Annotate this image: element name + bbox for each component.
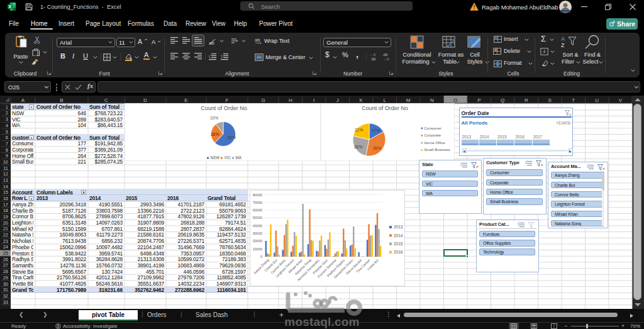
svg-text:R: R (525, 98, 528, 103)
svg-text:0: 0 (260, 255, 262, 259)
svg-text:12: 12 (3, 171, 8, 177)
svg-text:D: D (143, 98, 147, 103)
svg-text:19: 19 (3, 214, 8, 220)
svg-text:30: 30 (3, 281, 8, 287)
svg-text:10: 10 (3, 159, 8, 165)
svg-text:17%: 17% (372, 128, 380, 133)
svg-text:WA: WA (235, 155, 242, 160)
svg-text:P: P (477, 98, 480, 103)
svg-text:26%: 26% (354, 145, 362, 149)
svg-text:16: 16 (3, 196, 8, 201)
svg-text:2014: 2014 (394, 233, 403, 238)
svg-text:20000: 20000 (253, 239, 262, 243)
svg-text:H: H (289, 98, 292, 103)
svg-text:J: J (336, 98, 339, 103)
svg-text:27: 27 (3, 262, 8, 268)
svg-text:25: 25 (3, 250, 8, 256)
svg-text:13: 13 (3, 177, 8, 183)
svg-text:L: L (384, 98, 387, 103)
svg-text:X: X (8, 4, 11, 9)
svg-text:21: 21 (3, 226, 8, 231)
svg-text:29: 29 (3, 275, 8, 281)
svg-text:1: 1 (6, 104, 8, 110)
svg-text:A: A (21, 98, 25, 103)
svg-text:5: 5 (6, 129, 8, 135)
svg-text:6: 6 (6, 135, 8, 140)
svg-text:4: 4 (6, 123, 8, 128)
svg-text:8: 8 (6, 147, 8, 153)
svg-text:17: 17 (3, 202, 8, 208)
svg-text:Home Office: Home Office (425, 140, 446, 144)
svg-text:U: U (595, 98, 599, 103)
svg-text:M: M (406, 98, 411, 103)
svg-text:31: 31 (3, 287, 8, 293)
svg-text:Small Business: Small Business (425, 148, 450, 152)
svg-text:E: E (184, 98, 187, 103)
svg-text:B: B (60, 98, 63, 103)
svg-text:ab: ab (255, 37, 260, 43)
svg-text:→0: →0 (383, 57, 389, 61)
svg-text:62%: 62% (228, 135, 236, 140)
svg-text:26: 26 (3, 257, 8, 262)
svg-text:22: 22 (3, 232, 8, 238)
svg-text:40000: 40000 (253, 224, 262, 228)
svg-text:24: 24 (3, 244, 8, 250)
svg-text:11: 11 (3, 165, 8, 171)
svg-text:Corporate: Corporate (425, 133, 441, 137)
svg-text:T: T (572, 98, 575, 103)
svg-text:23: 23 (3, 238, 8, 244)
svg-text:.00: .00 (382, 53, 388, 57)
svg-text:I: I (313, 98, 314, 103)
svg-text:O: O (453, 98, 457, 103)
svg-text:Z: Z (561, 42, 565, 48)
svg-text:28: 28 (3, 269, 8, 274)
svg-text:32: 32 (3, 293, 8, 299)
svg-text:F: F (226, 98, 229, 103)
svg-text:2013: 2013 (394, 225, 403, 229)
svg-text:36%: 36% (373, 146, 381, 150)
svg-text:G: G (261, 98, 265, 103)
svg-text:50000: 50000 (253, 216, 262, 220)
svg-text:C: C (104, 98, 108, 103)
svg-text:Q: Q (501, 98, 504, 103)
svg-text:VIC: VIC (225, 155, 231, 160)
svg-text:A: A (561, 36, 565, 42)
svg-text:S: S (548, 98, 552, 103)
svg-text:21%: 21% (355, 128, 363, 132)
svg-text:7: 7 (6, 141, 8, 147)
svg-text:18: 18 (3, 208, 8, 213)
svg-text:NSW: NSW (211, 155, 220, 160)
svg-text:←0: ←0 (370, 53, 376, 57)
svg-text:ab: ab (209, 40, 214, 45)
svg-text:K: K (360, 98, 364, 103)
svg-text:3: 3 (6, 116, 8, 122)
svg-text:15: 15 (3, 189, 8, 195)
svg-text:33: 33 (3, 299, 8, 305)
svg-text:26%: 26% (211, 132, 219, 137)
svg-text:V: V (619, 98, 623, 103)
svg-text:2: 2 (6, 110, 8, 116)
svg-text:2016: 2016 (394, 250, 403, 254)
svg-text:30000: 30000 (253, 231, 262, 235)
svg-text:14: 14 (3, 184, 8, 189)
svg-text:60000: 60000 (253, 208, 262, 212)
svg-text:N: N (430, 98, 434, 103)
svg-text:70000: 70000 (253, 201, 262, 204)
svg-text:10000: 10000 (253, 247, 262, 251)
svg-text:2015: 2015 (394, 242, 403, 246)
svg-text:.00: .00 (370, 57, 376, 61)
svg-text:Consumer: Consumer (425, 126, 442, 130)
svg-text:20: 20 (3, 220, 8, 226)
svg-text:80000: 80000 (253, 193, 262, 197)
svg-text:9: 9 (6, 153, 8, 159)
svg-text:10%: 10% (210, 116, 218, 120)
